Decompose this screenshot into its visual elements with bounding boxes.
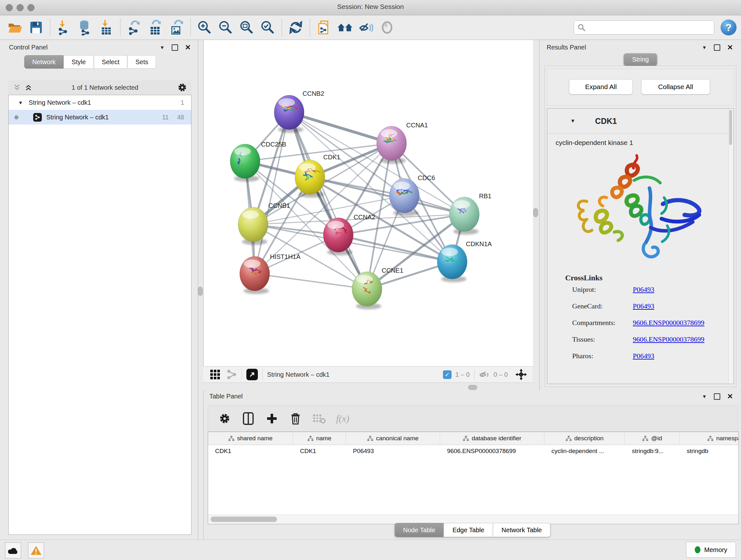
left-splitter-handle[interactable] (198, 287, 203, 296)
gene-section-header[interactable]: ▼ CDK1 (547, 109, 734, 134)
export-network-button[interactable] (125, 18, 144, 37)
import-table-from-file-button[interactable] (97, 18, 116, 37)
network-node-CCNB2[interactable]: CCNB2 (274, 90, 324, 133)
results-scrollbar[interactable] (728, 109, 733, 384)
table-cell[interactable]: 9606.ENSP00000378699 (440, 448, 544, 455)
export-image-button[interactable] (167, 18, 186, 37)
memory-button[interactable]: Memory (686, 542, 736, 558)
network-edge[interactable] (255, 112, 289, 273)
show-columns-button[interactable] (239, 410, 257, 428)
tab-select[interactable]: Select (94, 55, 128, 69)
table-cell[interactable]: P06493 (346, 448, 440, 455)
crosslink-link[interactable]: 9606.ENSP00000378699 (633, 335, 704, 344)
float-panel-icon[interactable] (172, 44, 178, 51)
tab-network-table[interactable]: Network Table (493, 523, 550, 537)
expand-all-button[interactable]: Expand All (569, 79, 633, 95)
zoom-in-button[interactable] (195, 18, 214, 37)
column-header-sharedname[interactable]: shared name (208, 432, 293, 445)
collapse-all-button[interactable]: Collapse All (641, 79, 710, 95)
expand-all-chevrons-icon[interactable] (24, 84, 32, 91)
table-cell[interactable]: cyclin-dependent ... (544, 448, 625, 455)
table-cell[interactable]: CDK1 (208, 448, 293, 455)
column-header-canonicalname[interactable]: canonical name (346, 432, 440, 445)
fit-selection-crosshair-icon[interactable] (515, 368, 528, 381)
panel-menu-arrow-icon[interactable]: ▼ (160, 45, 165, 50)
close-panel-icon[interactable]: ✕ (185, 45, 191, 50)
delete-table-button[interactable] (310, 410, 328, 428)
hidden-eye-icon[interactable] (479, 370, 490, 379)
import-network-from-database-button[interactable] (76, 18, 94, 37)
network-canvas[interactable]: CCNB2CCNA1CDC25BCDK1CDC6RB1CCNB1CCNA2CDK… (203, 40, 533, 366)
show-graphics-details-button[interactable] (378, 18, 396, 37)
float-panel-icon[interactable] (714, 44, 720, 51)
grid-view-icon[interactable] (210, 370, 220, 379)
tab-network[interactable]: Network (24, 55, 64, 69)
network-edge[interactable] (289, 112, 367, 289)
tab-string[interactable]: String (624, 53, 657, 66)
import-network-from-file-button[interactable] (55, 18, 73, 37)
hide-selected-button[interactable] (357, 18, 375, 37)
close-panel-icon[interactable]: ✕ (727, 45, 733, 50)
table-cell[interactable]: stringdb (680, 448, 739, 455)
network-node-CDC6[interactable]: CDC6 (389, 174, 435, 216)
warnings-button[interactable] (28, 543, 44, 558)
section-collapse-icon[interactable]: ▼ (570, 118, 576, 124)
right-splitter-handle[interactable] (533, 208, 538, 217)
zoom-out-button[interactable] (216, 18, 235, 37)
column-header-name[interactable]: name (293, 432, 346, 445)
network-edge[interactable] (255, 273, 367, 289)
clone-network-button[interactable] (315, 18, 333, 37)
network-node-HIST1H1A[interactable]: HIST1H1A (240, 253, 300, 294)
network-collection-row[interactable]: ▼ String Network – cdk1 1 (9, 95, 191, 110)
panel-menu-arrow-icon[interactable]: ▼ (702, 45, 707, 50)
tab-node-table[interactable]: Node Table (394, 523, 444, 537)
panel-menu-arrow-icon[interactable]: ▼ (702, 394, 707, 399)
network-node-CDKN1A[interactable]: CDKN1A (437, 240, 492, 282)
network-node-RB1[interactable]: RB1 (449, 192, 491, 235)
crosslink-link[interactable]: 9606.ENSP00000378699 (633, 319, 704, 327)
function-builder-button[interactable]: f(x) (334, 410, 352, 428)
cloud-status-button[interactable] (5, 543, 21, 558)
column-header-id[interactable]: @id (625, 432, 680, 445)
column-header-label: canonical name (376, 435, 418, 442)
float-panel-icon[interactable] (714, 393, 720, 400)
selected-checkbox-icon[interactable]: ✓ (443, 370, 452, 379)
help-button[interactable]: ? (721, 19, 737, 36)
crosslink-link[interactable]: P06493 (633, 352, 654, 360)
scrollbar-thumb[interactable] (211, 516, 277, 522)
table-settings-button[interactable] (216, 410, 233, 428)
results-scrollbar-thumb[interactable] (729, 110, 732, 145)
tab-edge-table[interactable]: Edge Table (444, 523, 493, 537)
close-panel-icon[interactable]: ✕ (727, 394, 733, 399)
tab-sets[interactable]: Sets (127, 55, 156, 69)
network-node-CCNA1[interactable]: CCNA1 (377, 122, 428, 164)
export-table-button[interactable] (146, 18, 165, 37)
column-header-namespace[interactable]: namespace (680, 432, 739, 445)
column-header-description[interactable]: description (544, 432, 625, 445)
crosslink-link[interactable]: P06493 (633, 302, 654, 310)
table-cell[interactable]: stringdb:9... (625, 448, 680, 455)
delete-column-button[interactable] (286, 410, 305, 428)
network-row-selected[interactable]: String Network – cdk1 11 48 (9, 110, 191, 125)
open-session-button[interactable] (6, 18, 24, 37)
birds-eye-view-icon[interactable] (246, 369, 258, 380)
table-cell[interactable]: CDK1 (293, 448, 346, 455)
column-header-databaseidentifier[interactable]: database identifier (440, 432, 544, 445)
add-column-button[interactable] (263, 410, 281, 428)
save-session-button[interactable] (27, 18, 45, 37)
collapse-all-chevrons-icon[interactable] (13, 84, 21, 91)
refresh-view-button[interactable] (286, 18, 305, 37)
tab-style[interactable]: Style (64, 55, 93, 69)
first-neighbors-button[interactable] (336, 18, 354, 37)
gear-icon[interactable] (178, 83, 187, 92)
network-overview-icon[interactable] (226, 369, 237, 380)
network-edge[interactable] (289, 112, 392, 143)
table-row[interactable]: CDK1CDK1P064939606.ENSP00000378699cyclin… (208, 445, 738, 457)
zoom-fit-button[interactable] (238, 18, 256, 37)
tree-expander-icon[interactable]: ▼ (18, 100, 23, 105)
horizontal-splitter-handle[interactable] (468, 385, 477, 390)
search-input[interactable] (574, 20, 714, 35)
table-horizontal-scrollbar[interactable] (208, 515, 738, 524)
zoom-selected-button[interactable] (259, 18, 277, 37)
crosslink-link[interactable]: P06493 (633, 286, 654, 294)
